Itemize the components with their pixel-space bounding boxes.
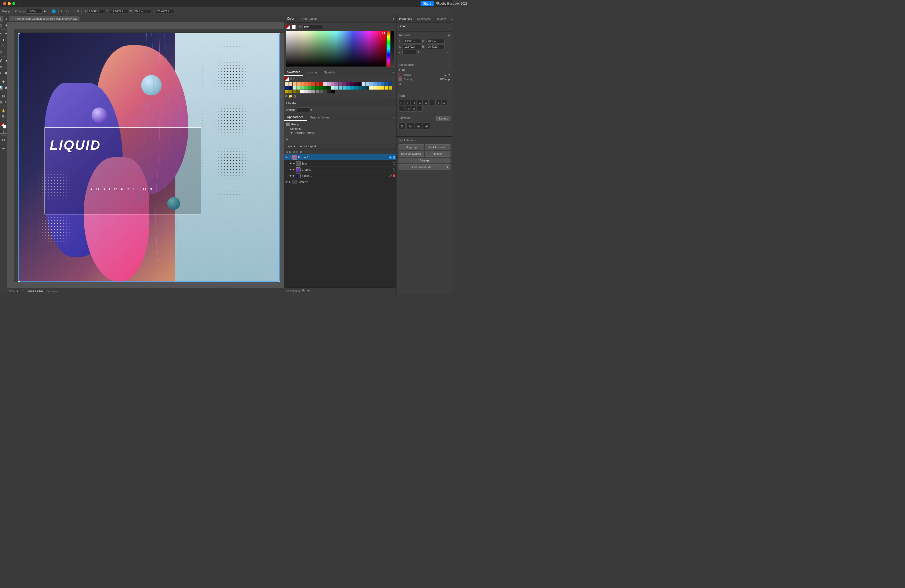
h-prop-input[interactable] — [427, 44, 445, 49]
selection-tool[interactable]: ↖ — [0, 16, 3, 22]
hand-tool[interactable]: ✋ — [1, 108, 6, 113]
swatch-cell[interactable] — [358, 86, 362, 89]
layers-visibility-btn[interactable]: ◎ — [296, 150, 298, 154]
eye-icon[interactable]: 👁 — [290, 131, 293, 134]
y-input[interactable] — [110, 9, 128, 13]
align-bottom[interactable]: ⊤ — [429, 100, 435, 105]
stroke-section-header[interactable]: ▶ Stroke ≡ — [284, 99, 396, 106]
expand-button[interactable]: Expand — [437, 116, 451, 121]
fg-swatch[interactable] — [286, 25, 290, 29]
swatch-cell[interactable] — [354, 86, 357, 89]
swatch-cell[interactable] — [323, 90, 327, 94]
swatch-cell[interactable] — [312, 90, 315, 94]
color-spectrum[interactable] — [286, 31, 386, 67]
opacity-expand-arrow[interactable]: ▶ — [448, 78, 451, 81]
prev-btn[interactable]: ◀ — [32, 289, 34, 293]
paintbrush-tool[interactable]: 🖌 — [0, 58, 3, 64]
swatch-cell[interactable] — [297, 90, 300, 94]
color-swatches[interactable] — [1, 123, 6, 129]
tab-appearance[interactable]: Appearance — [284, 114, 307, 121]
distribute-right[interactable]: |⊤| — [399, 106, 404, 111]
rotate-tool[interactable]: ↻ — [0, 64, 3, 70]
tab-swatches[interactable]: Swatches — [284, 69, 303, 76]
distribute-bottom[interactable]: ⊣| — [417, 106, 422, 111]
tab-symbols[interactable]: Symbols — [321, 69, 339, 76]
layers-delete-btn[interactable]: 🗑 — [300, 150, 302, 153]
canvas-scroll[interactable]: LIQUID ABSTRACTION — [7, 22, 284, 288]
start-global-edit-button[interactable]: Start Global Edit — [399, 164, 443, 170]
swatch-cell[interactable] — [362, 82, 365, 86]
swatch-delete-icon[interactable]: 🗑 — [294, 94, 297, 98]
swatch-cell[interactable] — [319, 82, 323, 86]
canvas-document[interactable]: LIQUID ABSTRACTION — [18, 33, 279, 282]
share-button[interactable]: Share — [421, 1, 434, 6]
hue-bar[interactable] — [387, 31, 390, 67]
swatch-cell[interactable] — [343, 82, 346, 86]
angle-dropdown[interactable]: ▼ — [418, 51, 420, 54]
opacity-arrow[interactable]: ▶ — [44, 10, 46, 13]
swatch-cell[interactable] — [358, 82, 362, 86]
swatch-cell[interactable] — [365, 86, 369, 89]
swatch-cell[interactable] — [308, 86, 311, 89]
swatch-cell[interactable] — [316, 90, 319, 94]
align-icon-4[interactable]: ⊤ — [70, 10, 72, 13]
swatch-cell[interactable] — [293, 86, 296, 89]
angle-input[interactable] — [402, 50, 416, 54]
weight-stepper[interactable]: ▼ — [297, 108, 313, 112]
swatch-cell[interactable] — [339, 82, 342, 86]
swatch-cell[interactable] — [300, 86, 304, 89]
layer-poster2[interactable]: 👁 ▶ Poster 2 — [284, 179, 396, 185]
tab-graphic-styles[interactable]: Graphic Styles — [307, 114, 333, 121]
swatch-cell[interactable] — [350, 82, 354, 86]
align-icon-1[interactable]: ⊢ — [61, 10, 64, 13]
swatch-cell[interactable] — [381, 86, 384, 89]
pf-unite[interactable]: ⊕ — [399, 122, 406, 130]
swatch-cell[interactable] — [350, 86, 354, 89]
next-last-btn[interactable]: ▶▶ — [40, 289, 43, 293]
new-sublayer-btn[interactable]: ⊟ — [289, 150, 292, 154]
align-icon-5[interactable]: ⊥ — [73, 10, 76, 13]
swatch-cell[interactable] — [354, 82, 357, 86]
find-layer-btn[interactable]: 🔍 — [302, 289, 306, 292]
swatch-cell[interactable] — [389, 86, 392, 89]
swatch-cell[interactable] — [300, 82, 304, 86]
tab-properties[interactable]: Properties — [397, 15, 414, 22]
swatch-cell[interactable] — [369, 82, 373, 86]
canvas-container[interactable]: LIQUID ABSTRACTION — [18, 33, 279, 282]
swatch-cell[interactable] — [323, 82, 327, 86]
warp-tool[interactable]: ⌇ — [0, 70, 3, 76]
type-tool[interactable]: T — [1, 37, 6, 43]
layer-text[interactable]: 👁 ▶ Text — [284, 161, 396, 167]
layer-vis-4[interactable]: 👁 — [289, 174, 292, 177]
w-prop-input[interactable] — [427, 39, 445, 43]
props-panel-menu[interactable]: ⊞ — [449, 17, 452, 21]
zoom-tool[interactable]: 🔍 — [1, 114, 6, 119]
swatch-cell[interactable] — [289, 90, 292, 94]
distribute-top[interactable]: ⊢| — [405, 106, 410, 111]
chart-tool[interactable]: 📊 — [0, 85, 3, 90]
rect-tool[interactable]: □ — [0, 49, 3, 55]
distribute-left[interactable]: || — [435, 100, 441, 105]
minimize-button[interactable] — [8, 2, 11, 5]
pf-minus[interactable]: ⊖ — [407, 122, 414, 130]
flip-v-btn[interactable]: ↕ — [449, 51, 451, 54]
swatch-cell[interactable] — [316, 82, 319, 86]
layer-background[interactable]: 👁 ▶ Backg... — [284, 173, 396, 179]
layer-poster1[interactable]: 👁 ▼ Poster 1 — [284, 154, 396, 161]
swatch-cell[interactable] — [297, 86, 300, 89]
transform-link-icon[interactable]: 🔗 — [448, 34, 451, 37]
swatch-cell[interactable] — [331, 86, 335, 89]
swatch-cell[interactable] — [312, 82, 315, 86]
x-prop-input[interactable] — [403, 39, 421, 43]
tab-asset-export[interactable]: Asset Export — [297, 143, 319, 149]
layers-menu[interactable]: ≡ — [391, 145, 396, 148]
tab-close-icon[interactable]: ✕ — [12, 17, 14, 20]
swatch-cell[interactable] — [304, 82, 308, 86]
align-right[interactable]: ⊣ — [411, 100, 416, 105]
fill-btn[interactable] — [0, 130, 3, 133]
layer-expand-3[interactable]: ▶ — [293, 168, 295, 171]
prev-first-btn[interactable]: ◀◀ — [27, 289, 32, 293]
recolor-button[interactable]: Recolor — [425, 151, 451, 157]
swatch-cell[interactable] — [293, 82, 296, 86]
swatch-cell[interactable] — [300, 90, 304, 94]
